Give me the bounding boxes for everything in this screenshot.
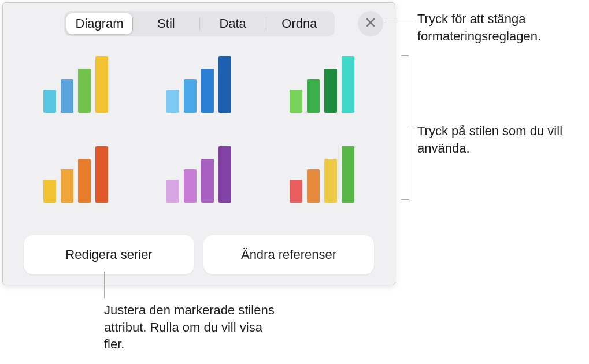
callout-close: Tryck för att stänga formateringsreglage… [417, 10, 585, 44]
bar-icon [184, 169, 197, 203]
bar-icon [324, 69, 337, 113]
bar-icon [307, 79, 320, 113]
tab-diagram[interactable]: Diagram [66, 13, 132, 34]
bar-icon [95, 146, 108, 203]
bar-icon [201, 159, 214, 203]
callout-edit: Justera den markerade stilens attribut. … [104, 302, 277, 353]
bar-icon [290, 90, 302, 113]
close-icon [365, 17, 376, 31]
tab-stil[interactable]: Stil [133, 13, 199, 34]
leader-line [384, 21, 413, 21]
bar-icon [218, 56, 231, 113]
tab-bar: Diagram Stil Data Ordna [64, 11, 335, 36]
bar-icon [184, 79, 197, 113]
bar-icon [324, 159, 337, 203]
bar-icon [95, 56, 108, 113]
leader-line [104, 272, 105, 298]
bar-icon [78, 69, 91, 113]
change-references-button[interactable]: Ändra referenser [203, 235, 374, 274]
chart-style-5[interactable] [157, 145, 240, 203]
callout-styles: Tryck på stilen som du vill använda. [417, 122, 585, 157]
bar-icon [166, 180, 179, 203]
chart-style-2[interactable] [157, 55, 240, 113]
bar-icon [342, 146, 354, 203]
bar-icon [290, 180, 302, 203]
button-label: Redigera serier [65, 247, 152, 262]
edit-series-button[interactable]: Redigera serier [24, 235, 194, 274]
bar-icon [166, 90, 179, 113]
chart-style-1[interactable] [34, 55, 117, 113]
button-label: Ändra referenser [241, 247, 336, 262]
bar-icon [201, 69, 214, 113]
leader-bracket [401, 55, 409, 200]
bar-icon [307, 169, 320, 203]
tab-data[interactable]: Data [200, 13, 266, 34]
bar-icon [61, 79, 73, 113]
chart-styles-grid [34, 55, 364, 203]
action-buttons-row: Redigera serier Ändra referenser [24, 235, 374, 274]
chart-style-3[interactable] [281, 55, 364, 113]
tab-label: Ordna [281, 16, 317, 31]
bar-icon [218, 146, 231, 203]
bar-icon [78, 159, 91, 203]
close-button[interactable] [358, 11, 383, 36]
chart-style-4[interactable] [34, 145, 117, 203]
tab-label: Stil [157, 16, 175, 31]
chart-style-6[interactable] [281, 145, 364, 203]
bar-icon [61, 169, 73, 203]
tab-label: Data [219, 16, 246, 31]
bar-icon [342, 56, 354, 113]
tab-ordna[interactable]: Ordna [266, 13, 332, 34]
tab-label: Diagram [76, 16, 124, 31]
bar-icon [43, 180, 56, 203]
bar-icon [43, 90, 56, 113]
format-panel: Diagram Stil Data Ordna Redigera serier … [2, 2, 395, 285]
